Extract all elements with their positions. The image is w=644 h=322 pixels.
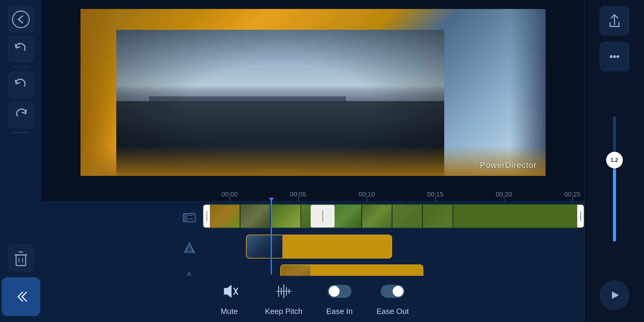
overlay-content-1 xyxy=(282,235,391,258)
ease-in-knob xyxy=(329,286,340,297)
volume-value: 1.2 xyxy=(611,157,618,163)
clip-handle-middle[interactable] xyxy=(311,205,335,227)
ease-out-label: Ease Out xyxy=(377,307,409,316)
svg-rect-1 xyxy=(16,255,26,266)
ruler-container: 00:00 00:05 00:10 00:15 00:20 00:25 xyxy=(215,185,584,201)
mute-button[interactable]: Mute xyxy=(217,279,241,316)
keep-pitch-icon xyxy=(272,279,296,303)
volume-fill xyxy=(613,160,616,242)
main-video-track-row xyxy=(203,204,584,232)
thumb-2 xyxy=(240,205,270,227)
vignette-left xyxy=(80,9,116,176)
thumb-5 xyxy=(332,205,361,227)
redo-button[interactable] xyxy=(7,101,34,128)
thumb-6 xyxy=(362,205,392,227)
delete-button[interactable] xyxy=(7,244,34,271)
left-sidebar xyxy=(0,0,42,322)
vignette-right xyxy=(510,9,546,176)
video-background: PowerDirector xyxy=(80,9,546,176)
share-button[interactable] xyxy=(600,6,629,36)
mute-label: Mute xyxy=(221,307,238,316)
overlay-thumb-1 xyxy=(247,235,282,258)
svg-rect-8 xyxy=(185,218,187,221)
inner-video xyxy=(116,30,444,176)
ease-in-button[interactable]: Ease In xyxy=(326,279,353,316)
ease-out-button[interactable]: Ease Out xyxy=(377,279,409,316)
svg-marker-26 xyxy=(612,292,619,299)
watermark: PowerDirector xyxy=(480,160,537,170)
overlay-track-1-row xyxy=(203,235,584,261)
svg-text:1: 1 xyxy=(193,250,195,254)
thumb-3 xyxy=(271,205,301,227)
undo-button[interactable] xyxy=(7,36,34,63)
volume-track[interactable]: 1.2 xyxy=(613,116,616,242)
svg-point-24 xyxy=(613,55,616,58)
svg-point-0 xyxy=(13,11,29,28)
svg-point-23 xyxy=(610,55,612,58)
volume-container: 1.2 xyxy=(613,83,616,274)
ease-in-label: Ease In xyxy=(326,307,353,316)
bottom-toolbar: Mute Keep Pitch xyxy=(42,276,584,322)
left-trim-handle[interactable] xyxy=(203,205,210,227)
svg-point-25 xyxy=(616,55,619,58)
keep-pitch-label: Keep Pitch xyxy=(265,307,303,316)
thumb-rest xyxy=(453,205,584,227)
ease-in-icon xyxy=(328,279,352,303)
collapse-panel-button[interactable] xyxy=(1,277,40,316)
play-button[interactable] xyxy=(600,280,629,310)
main-content: PowerDirector 00:00 00:05 00:10 00:15 00… xyxy=(42,0,584,322)
sidebar-divider-2 xyxy=(12,132,30,133)
ease-out-knob xyxy=(393,286,403,297)
keep-pitch-button[interactable]: Keep Pitch xyxy=(265,279,303,316)
ease-out-icon xyxy=(381,279,405,303)
back-button[interactable] xyxy=(7,6,34,33)
mute-icon xyxy=(217,279,241,303)
thumb-1 xyxy=(210,205,240,227)
right-trim-handle[interactable] xyxy=(577,205,584,227)
thumb-8 xyxy=(423,205,453,227)
video-frame: PowerDirector xyxy=(80,9,546,176)
video-preview: PowerDirector xyxy=(42,0,584,185)
volume-knob[interactable]: 1.2 xyxy=(606,152,623,168)
thumb-7 xyxy=(392,205,422,227)
more-options-button[interactable] xyxy=(600,42,629,72)
svg-rect-7 xyxy=(185,215,187,217)
right-panel: 1.2 xyxy=(584,0,644,322)
undo2-button[interactable] xyxy=(7,72,34,98)
timeline-ruler: 00:00 00:05 00:10 00:15 00:20 00:25 xyxy=(42,185,584,201)
beach-scene xyxy=(116,30,444,176)
main-video-track[interactable] xyxy=(203,204,584,228)
main-track-icon xyxy=(179,206,200,230)
timeline-area: 00:00 00:05 00:10 00:15 00:20 00:25 xyxy=(42,185,584,322)
overlay-track-1-icon: 1 xyxy=(179,234,200,261)
overlay-track-1[interactable] xyxy=(246,235,392,258)
sidebar-divider-1 xyxy=(12,67,30,67)
